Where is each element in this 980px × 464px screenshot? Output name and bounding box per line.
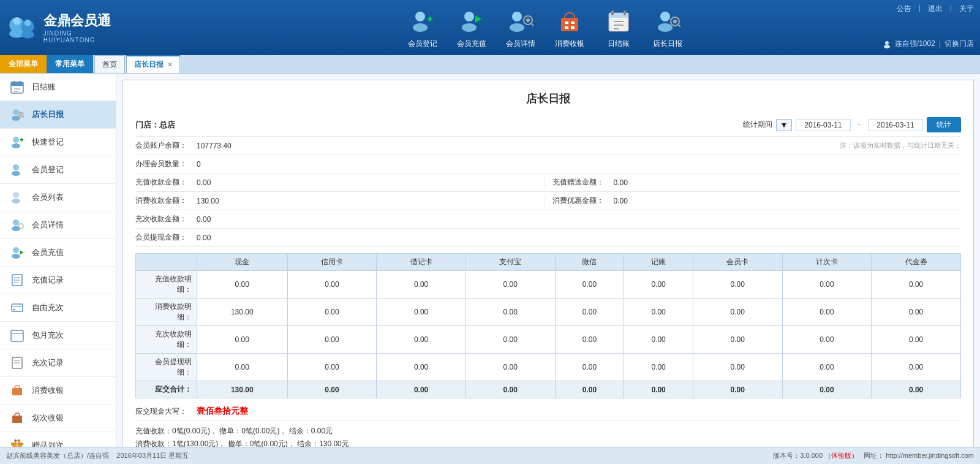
cell-1-4: 0.00	[555, 299, 624, 326]
member-balance-note: 注：该项为实时数据，与统计日期无关；	[840, 141, 961, 150]
cell-2-2: 0.00	[377, 326, 466, 354]
nav-member-register[interactable]: 会员登记	[404, 7, 441, 49]
times-amount-label: 充次收款金额：	[135, 214, 197, 224]
nav-icon-manager-daily	[653, 7, 682, 36]
sidebar-label-consume-receive: 消费收银	[32, 385, 64, 396]
sidebar-item-manager-daily[interactable]: 店长日报	[0, 101, 116, 129]
cell-0-1: 0.00	[287, 271, 377, 299]
sidebar-item-free-recharge[interactable]: 自由充次	[0, 294, 116, 322]
sidebar-item-member-recharge[interactable]: 会员充值	[0, 239, 116, 267]
nav-label-member-recharge: 会员充值	[457, 39, 486, 49]
svg-point-32	[658, 23, 673, 32]
version-suffix: （体验版）	[824, 452, 858, 459]
cell-2-4: 0.00	[555, 326, 624, 354]
all-menu-btn[interactable]: 全部菜单	[0, 55, 47, 73]
svg-point-59	[18, 224, 23, 229]
cell-2-6: 0.00	[693, 326, 782, 354]
sidebar-item-times-receive[interactable]: 划次收银	[0, 405, 116, 432]
svg-point-14	[512, 12, 522, 21]
cell-1-8: 0.00	[872, 299, 961, 326]
svg-point-17	[526, 18, 530, 22]
sidebar-label-gift-times: 赠品划次	[32, 440, 64, 447]
svg-line-35	[678, 25, 680, 27]
cell-4-5: 0.00	[624, 381, 693, 398]
sidebar-item-monthly-recharge[interactable]: 包月充次	[0, 322, 116, 349]
nav-manager-daily[interactable]: 店长日报	[649, 7, 686, 49]
member-icon	[9, 161, 26, 178]
consume-discount-row: 消费收款金额： 130.00 消费优惠金额： 0.00	[135, 192, 961, 210]
table-row: 充值收款明细：0.000.000.000.000.000.000.000.000…	[136, 271, 961, 299]
sidebar-item-times-record[interactable]: 充次记录	[0, 349, 116, 377]
sidebar-label-times-record: 充次记录	[32, 357, 64, 368]
sidebar-item-consume-receive[interactable]: 消费收银	[0, 377, 116, 405]
cell-0-3: 0.00	[466, 271, 555, 299]
col-header-cash: 现金	[197, 254, 288, 271]
logo-main-title: 金鼎会员通	[43, 12, 116, 30]
cell-4-8: 0.00	[872, 381, 961, 398]
store-date-row: 门店：总店 统计期间 ▼ － 统计	[135, 113, 961, 137]
col-header-times-card: 计次卡	[782, 254, 872, 271]
consume-discount-value: 0.00	[614, 197, 962, 205]
sidebar-label-monthly-recharge: 包月充次	[32, 330, 64, 341]
calendar-icon	[9, 78, 26, 96]
member-balance-label: 会员账户余额：	[135, 140, 197, 151]
recharge-gift-label: 充值赠送金额：	[552, 177, 614, 188]
withdraw-amount-label: 会员提现金额：	[135, 232, 197, 243]
cell-1-6: 0.00	[693, 299, 782, 326]
cell-2-5: 0.00	[624, 326, 693, 354]
svg-rect-70	[11, 330, 23, 341]
nav-daily-account[interactable]: 日结账	[600, 7, 637, 49]
switch-store-btn[interactable]: 切换门店	[944, 39, 974, 49]
logo-text: 金鼎会员通 JINDING HUIYUANTONG	[43, 12, 116, 44]
sidebar-item-member-detail[interactable]: 会员详情	[0, 211, 116, 239]
sidebar-label-member-recharge: 会员充值	[32, 247, 64, 258]
free-icon	[9, 299, 26, 316]
nav-icon-member-register	[408, 7, 437, 36]
detail-section: 充值收款：0笔(0.00元)， 撤单：0笔(0.00元)， 结余：0.00元消费…	[135, 421, 961, 447]
cell-4-7: 0.00	[782, 381, 872, 398]
sidebar-item-member-list[interactable]: 会员列表	[0, 184, 116, 211]
tab-close-manager-daily[interactable]: ✕	[167, 61, 172, 68]
col-header-member-card: 会员卡	[693, 254, 782, 271]
cell-3-6: 0.00	[693, 354, 782, 381]
sidebar-label-quick-login: 快速登记	[32, 137, 64, 148]
table-row: 会员提现明细：0.000.000.000.000.000.000.000.000…	[136, 354, 961, 381]
sidebar-item-gift-times[interactable]: 赠品划次	[0, 432, 116, 447]
common-menu-btn[interactable]: 常用菜单	[47, 55, 93, 73]
top-link-logout[interactable]: 退出	[928, 4, 943, 14]
nav-member-recharge[interactable]: 会员充值	[453, 7, 490, 49]
chart-icon	[9, 106, 26, 123]
consume-icon	[9, 382, 26, 399]
svg-rect-22	[565, 26, 568, 29]
start-date-input[interactable]	[796, 119, 851, 131]
table-row: 充次收款明细：0.000.000.000.000.000.000.000.000…	[136, 326, 961, 354]
date-separator: －	[854, 120, 864, 130]
svg-rect-21	[571, 21, 575, 24]
store-label: 门店：总店	[135, 120, 175, 131]
detail-table-section: 现金 信用卡 借记卡 支付宝 微信 记账 会员卡 计次卡 代金券 充值收款明细：…	[135, 247, 961, 402]
nav-member-detail[interactable]: 会员详情	[502, 7, 539, 49]
sidebar-item-recharge-record[interactable]: 充值记录	[0, 267, 116, 294]
cell-3-7: 0.00	[782, 354, 872, 381]
svg-line-48	[23, 116, 24, 118]
sidebar-item-daily-account[interactable]: 日结账	[0, 74, 116, 101]
stat-period-dropdown[interactable]: ▼	[776, 119, 792, 131]
cell-4-2: 0.00	[377, 381, 466, 398]
nav-consume-receive[interactable]: 消费收银	[551, 7, 588, 49]
tab-home[interactable]: 首页	[94, 55, 125, 73]
svg-rect-29	[611, 10, 614, 15]
end-date-input[interactable]	[868, 119, 923, 131]
nav-label-member-register: 会员登记	[408, 39, 437, 49]
svg-point-6	[415, 12, 425, 21]
top-link-about[interactable]: 关于	[959, 4, 974, 14]
top-link-notice[interactable]: 公告	[897, 4, 911, 14]
nav-label-consume-receive: 消费收银	[555, 39, 584, 49]
svg-point-56	[12, 199, 20, 203]
tab-manager-daily[interactable]: 店长日报 ✕	[126, 55, 180, 73]
stat-button[interactable]: 统计	[927, 117, 961, 132]
sidebar-item-quick-login[interactable]: 快速登记	[0, 129, 116, 156]
consume-amount-label: 消费收款金额：	[135, 196, 197, 206]
nav-label-member-detail: 会员详情	[506, 39, 535, 49]
times-icon	[9, 354, 26, 371]
sidebar-item-member-register[interactable]: 会员登记	[0, 156, 116, 184]
